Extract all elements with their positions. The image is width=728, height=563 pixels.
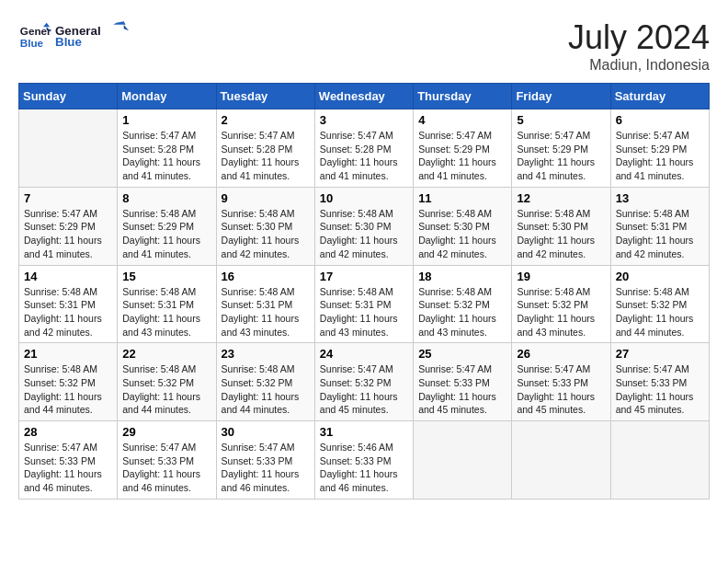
day-info: Sunrise: 5:48 AMSunset: 5:32 PMDaylight:… [616,285,704,339]
day-cell: 17Sunrise: 5:48 AMSunset: 5:31 PMDayligh… [314,265,413,343]
logo: General Blue General Blue General Blue [18,18,129,55]
day-cell: 22Sunrise: 5:48 AMSunset: 5:32 PMDayligh… [118,343,216,421]
week-row-2: 7Sunrise: 5:47 AMSunset: 5:29 PMDaylight… [19,187,710,265]
day-cell: 23Sunrise: 5:48 AMSunset: 5:32 PMDayligh… [216,343,314,421]
day-number: 1 [122,113,210,127]
week-row-3: 14Sunrise: 5:48 AMSunset: 5:31 PMDayligh… [19,265,710,343]
day-number: 14 [24,270,112,283]
day-number: 9 [222,191,310,205]
day-number: 5 [517,113,605,127]
day-number: 20 [616,270,704,283]
day-number: 31 [320,425,408,439]
day-number: 6 [616,113,704,127]
location: Madiun, Indonesia [568,57,710,74]
day-info: Sunrise: 5:48 AMSunset: 5:31 PMDaylight:… [24,285,112,339]
day-cell: 19Sunrise: 5:48 AMSunset: 5:32 PMDayligh… [512,265,610,343]
day-info: Sunrise: 5:47 AMSunset: 5:28 PMDaylight:… [320,129,408,183]
day-cell: 10Sunrise: 5:48 AMSunset: 5:30 PMDayligh… [314,187,413,265]
day-number: 22 [122,347,210,361]
day-number: 13 [616,191,704,205]
day-info: Sunrise: 5:48 AMSunset: 5:32 PMDaylight:… [418,285,506,339]
day-cell: 5Sunrise: 5:47 AMSunset: 5:29 PMDaylight… [512,109,610,188]
day-number: 21 [24,347,112,361]
day-info: Sunrise: 5:48 AMSunset: 5:29 PMDaylight:… [122,207,210,261]
day-number: 7 [24,191,112,205]
day-cell: 26Sunrise: 5:47 AMSunset: 5:33 PMDayligh… [512,343,610,421]
day-cell [512,421,610,500]
title-block: July 2024 Madiun, Indonesia [568,18,710,74]
day-info: Sunrise: 5:47 AMSunset: 5:29 PMDaylight:… [418,129,506,183]
calendar-table: SundayMondayTuesdayWednesdayThursdayFrid… [18,83,710,500]
day-number: 23 [222,347,310,361]
day-number: 8 [122,191,210,205]
day-cell: 11Sunrise: 5:48 AMSunset: 5:30 PMDayligh… [414,187,512,265]
day-number: 25 [418,347,506,361]
day-cell [610,421,709,500]
header-thursday: Thursday [414,84,512,109]
day-cell: 27Sunrise: 5:47 AMSunset: 5:33 PMDayligh… [610,343,709,421]
header-friday: Friday [512,84,610,109]
day-cell: 28Sunrise: 5:47 AMSunset: 5:33 PMDayligh… [19,421,118,500]
header-sunday: Sunday [19,84,118,109]
day-info: Sunrise: 5:47 AMSunset: 5:33 PMDaylight:… [24,441,112,495]
day-info: Sunrise: 5:47 AMSunset: 5:33 PMDaylight:… [122,441,210,495]
day-cell: 8Sunrise: 5:48 AMSunset: 5:29 PMDaylight… [118,187,216,265]
day-cell: 9Sunrise: 5:48 AMSunset: 5:30 PMDaylight… [216,187,314,265]
day-number: 18 [418,270,506,283]
week-row-1: 1Sunrise: 5:47 AMSunset: 5:28 PMDaylight… [19,109,710,188]
day-number: 10 [320,191,408,205]
day-info: Sunrise: 5:47 AMSunset: 5:32 PMDaylight:… [320,362,408,417]
day-cell: 20Sunrise: 5:48 AMSunset: 5:32 PMDayligh… [610,265,709,343]
day-info: Sunrise: 5:47 AMSunset: 5:29 PMDaylight:… [616,129,704,183]
day-number: 17 [320,270,408,283]
svg-marker-6 [113,21,125,24]
day-cell: 24Sunrise: 5:47 AMSunset: 5:32 PMDayligh… [314,343,413,421]
day-number: 28 [24,425,112,439]
svg-text:Blue: Blue [20,37,44,49]
day-number: 15 [122,270,210,283]
day-number: 29 [122,425,210,439]
day-number: 16 [222,270,310,283]
day-cell: 4Sunrise: 5:47 AMSunset: 5:29 PMDaylight… [414,109,512,188]
day-cell: 30Sunrise: 5:47 AMSunset: 5:33 PMDayligh… [216,421,314,500]
day-info: Sunrise: 5:47 AMSunset: 5:29 PMDaylight:… [517,129,605,183]
day-cell: 3Sunrise: 5:47 AMSunset: 5:28 PMDaylight… [314,109,413,188]
page-header: General Blue General Blue General Blue J… [18,18,710,74]
day-info: Sunrise: 5:48 AMSunset: 5:32 PMDaylight:… [517,285,605,339]
header-row: SundayMondayTuesdayWednesdayThursdayFrid… [19,84,710,109]
header-monday: Monday [118,84,216,109]
day-cell: 25Sunrise: 5:47 AMSunset: 5:33 PMDayligh… [414,343,512,421]
day-info: Sunrise: 5:48 AMSunset: 5:31 PMDaylight:… [122,285,210,339]
day-cell: 2Sunrise: 5:47 AMSunset: 5:28 PMDaylight… [216,109,314,188]
day-cell: 14Sunrise: 5:48 AMSunset: 5:31 PMDayligh… [19,265,118,343]
day-number: 26 [517,347,605,361]
day-cell: 21Sunrise: 5:48 AMSunset: 5:32 PMDayligh… [19,343,118,421]
day-info: Sunrise: 5:47 AMSunset: 5:33 PMDaylight:… [517,362,605,417]
day-info: Sunrise: 5:48 AMSunset: 5:30 PMDaylight:… [320,207,408,261]
day-number: 11 [418,191,506,205]
day-number: 3 [320,113,408,127]
day-number: 12 [517,191,605,205]
week-row-5: 28Sunrise: 5:47 AMSunset: 5:33 PMDayligh… [19,421,710,500]
day-number: 2 [222,113,310,127]
svg-marker-7 [124,25,129,31]
day-cell: 18Sunrise: 5:48 AMSunset: 5:32 PMDayligh… [414,265,512,343]
day-number: 24 [320,347,408,361]
day-cell [19,109,118,188]
day-number: 27 [616,347,704,361]
day-info: Sunrise: 5:48 AMSunset: 5:31 PMDaylight:… [222,285,310,339]
day-info: Sunrise: 5:48 AMSunset: 5:32 PMDaylight:… [122,362,210,417]
day-info: Sunrise: 5:47 AMSunset: 5:33 PMDaylight:… [222,441,310,495]
day-info: Sunrise: 5:47 AMSunset: 5:28 PMDaylight:… [222,129,310,183]
day-cell [414,421,512,500]
day-cell: 31Sunrise: 5:46 AMSunset: 5:33 PMDayligh… [314,421,413,500]
day-cell: 15Sunrise: 5:48 AMSunset: 5:31 PMDayligh… [118,265,216,343]
day-number: 19 [517,270,605,283]
day-number: 4 [418,113,506,127]
day-cell: 6Sunrise: 5:47 AMSunset: 5:29 PMDaylight… [610,109,709,188]
day-info: Sunrise: 5:47 AMSunset: 5:29 PMDaylight:… [24,207,112,261]
day-cell: 7Sunrise: 5:47 AMSunset: 5:29 PMDaylight… [19,187,118,265]
day-info: Sunrise: 5:48 AMSunset: 5:32 PMDaylight:… [222,362,310,417]
svg-text:Blue: Blue [55,35,82,49]
header-wednesday: Wednesday [314,84,413,109]
